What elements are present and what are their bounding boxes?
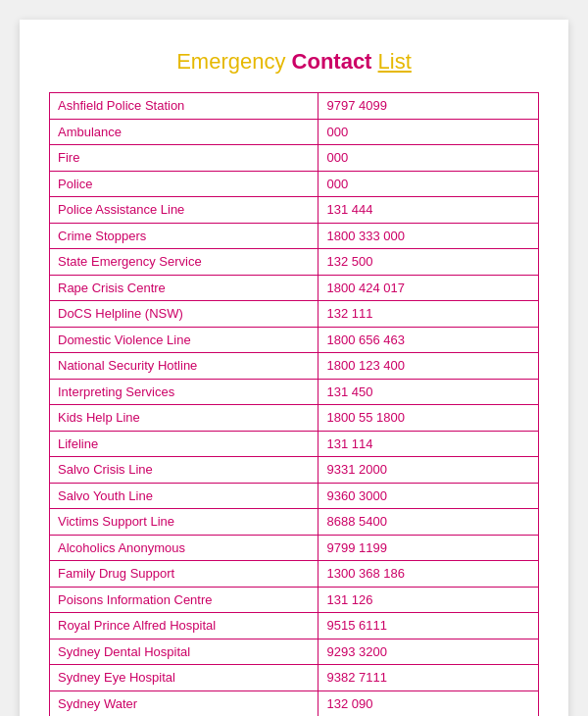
table-row: Fire000 [50, 145, 539, 172]
contact-number: 1800 123 400 [318, 353, 539, 380]
table-row: Royal Prince Alfred Hospital9515 6111 [50, 613, 539, 639]
contact-number: 132 090 [318, 690, 539, 716]
contact-number: 1300 368 186 [318, 561, 539, 588]
contact-name: Family Drug Support [50, 561, 318, 588]
contact-number: 9382 7111 [318, 665, 539, 691]
contact-number: 1800 333 000 [318, 223, 539, 249]
contact-name: Rape Crisis Centre [50, 275, 318, 301]
contact-name: Salvo Youth Line [50, 483, 318, 509]
contact-number: 131 444 [318, 197, 539, 224]
contact-name: Sydney Eye Hospital [50, 665, 318, 691]
contact-number: 1800 55 1800 [318, 405, 539, 432]
contact-name: Salvo Crisis Line [50, 457, 318, 484]
contact-name: Police [50, 171, 318, 197]
table-row: Victims Support Line8688 5400 [50, 509, 539, 536]
contact-name: Crime Stoppers [50, 223, 318, 249]
contact-number: 131 114 [318, 431, 539, 457]
contact-name: Police Assistance Line [50, 197, 318, 224]
table-row: Sydney Water132 090 [50, 690, 539, 716]
table-row: Poisons Information Centre131 126 [50, 587, 539, 613]
contact-name: State Emergency Service [50, 249, 318, 276]
contact-name: Royal Prince Alfred Hospital [50, 613, 318, 639]
contact-name: Kids Help Line [50, 405, 318, 432]
title-part1: Emergency [176, 49, 285, 74]
contact-name: Victims Support Line [50, 509, 318, 536]
contact-name: Alcoholics Anonymous [50, 535, 318, 561]
contact-name: Domestic Violence Line [50, 327, 318, 353]
table-row: Sydney Dental Hospital9293 3200 [50, 639, 539, 665]
table-row: Family Drug Support1300 368 186 [50, 561, 539, 588]
table-row: Rape Crisis Centre1800 424 017 [50, 275, 539, 301]
table-row: Salvo Crisis Line9331 2000 [50, 457, 539, 484]
table-row: Police Assistance Line131 444 [50, 197, 539, 224]
table-row: National Security Hotline1800 123 400 [50, 353, 539, 380]
contact-name: Lifeline [50, 431, 318, 457]
contact-name: Interpreting Services [50, 379, 318, 405]
contact-name: Fire [50, 145, 318, 172]
contact-number: 1800 424 017 [318, 275, 539, 301]
contact-name: Ambulance [50, 119, 318, 145]
table-row: Lifeline131 114 [50, 431, 539, 457]
contact-number: 9797 4099 [318, 93, 539, 120]
contact-name: Sydney Water [50, 690, 318, 716]
contact-number: 9360 3000 [318, 483, 539, 509]
contact-number: 8688 5400 [318, 509, 539, 536]
contact-number: 000 [318, 171, 539, 197]
contact-number: 000 [318, 145, 539, 172]
contact-name: Sydney Dental Hospital [50, 639, 318, 665]
contact-number: 132 500 [318, 249, 539, 276]
table-row: Kids Help Line1800 55 1800 [50, 405, 539, 432]
table-row: Domestic Violence Line1800 656 463 [50, 327, 539, 353]
table-row: Alcoholics Anonymous9799 1199 [50, 535, 539, 561]
contact-name: Poisons Information Centre [50, 587, 318, 613]
contact-name: National Security Hotline [50, 353, 318, 380]
table-row: Police000 [50, 171, 539, 197]
contact-number: 9799 1199 [318, 535, 539, 561]
table-row: Ashfield Police Station9797 4099 [50, 93, 539, 120]
contact-number: 9331 2000 [318, 457, 539, 484]
table-row: Interpreting Services131 450 [50, 379, 539, 405]
contact-number: 131 450 [318, 379, 539, 405]
table-row: State Emergency Service132 500 [50, 249, 539, 276]
table-row: Crime Stoppers1800 333 000 [50, 223, 539, 249]
contact-number: 9515 6111 [318, 613, 539, 639]
table-row: DoCS Helpline (NSW)132 111 [50, 301, 539, 328]
table-row: Ambulance000 [50, 119, 539, 145]
contact-number: 1800 656 463 [318, 327, 539, 353]
page-title: Emergency Contact List [49, 49, 539, 75]
contact-name: Ashfield Police Station [50, 93, 318, 120]
contact-number: 131 126 [318, 587, 539, 613]
contact-name: DoCS Helpline (NSW) [50, 301, 318, 328]
contact-number: 000 [318, 119, 539, 145]
contact-number: 9293 3200 [318, 639, 539, 665]
table-row: Sydney Eye Hospital9382 7111 [50, 665, 539, 691]
page-container: Emergency Contact List Ashfield Police S… [20, 20, 568, 716]
table-row: Salvo Youth Line9360 3000 [50, 483, 539, 509]
title-part2: Contact [292, 49, 372, 74]
title-part3: List [378, 49, 412, 74]
contacts-table: Ashfield Police Station9797 4099Ambulanc… [49, 92, 539, 716]
contact-number: 132 111 [318, 301, 539, 328]
